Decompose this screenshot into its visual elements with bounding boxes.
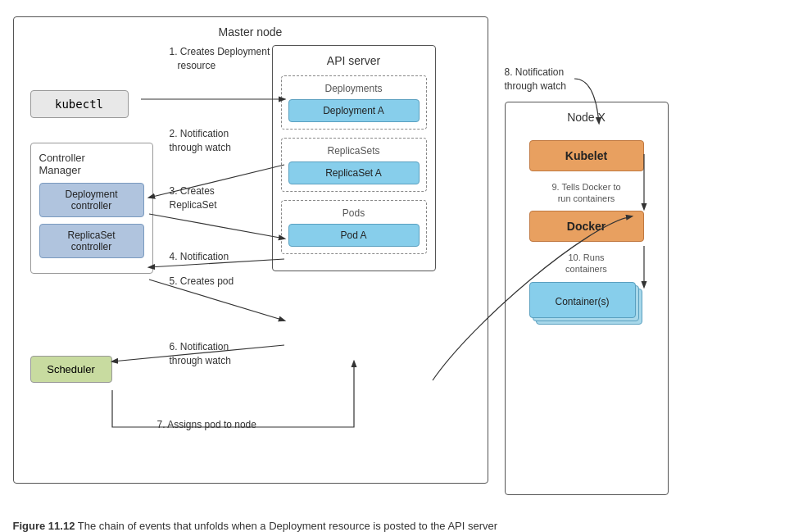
- annotation-step6: 6. Notificationthrough watch: [170, 340, 231, 368]
- container-stack: Container(s): [529, 282, 644, 339]
- deployment-controller: Deploymentcontroller: [39, 183, 144, 217]
- pods-group-label: Pods: [288, 207, 420, 219]
- api-server-section: API server Deployments Deployment A Repl…: [272, 45, 479, 455]
- replicasets-group: ReplicaSets ReplicaSet A: [281, 138, 427, 192]
- master-node-label: Master node: [22, 25, 479, 39]
- annotation-step1: 1. Creates Deployment resource: [170, 45, 270, 73]
- node-x-label: Node X: [514, 111, 660, 124]
- caption-text: The chain of events that unfolds when a …: [75, 520, 497, 532]
- controller-manager-box: ControllerManager Deploymentcontroller R…: [30, 143, 153, 274]
- annotation-step9: 9. Tells Docker torun containers: [551, 181, 620, 205]
- api-server-label: API server: [281, 54, 427, 67]
- docker-box: Docker: [529, 211, 644, 242]
- replicaset-a-box: ReplicaSet A: [288, 161, 420, 184]
- left-section: kubectl ControllerManager Deploymentcont…: [22, 45, 166, 455]
- annotation-step2: 2. Notificationthrough watch: [170, 127, 231, 155]
- figure-caption: Figure 11.12 The chain of events that un…: [13, 520, 800, 532]
- node-x-inner: Kubelet 9. Tells Docker torun containers…: [514, 140, 660, 339]
- kubectl-box: kubectl: [30, 90, 129, 118]
- controller-manager-label: ControllerManager: [39, 152, 144, 176]
- figure-number: Figure 11.12: [13, 520, 75, 532]
- annotation-step8: 8. Notificationthrough watch: [505, 66, 574, 93]
- diagram-container: Master node kubectl ControllerManager De…: [13, 16, 800, 495]
- step8-section: 8. Notificationthrough watch: [505, 66, 574, 93]
- api-server-box: API server Deployments Deployment A Repl…: [272, 45, 436, 271]
- pod-a-box: Pod A: [288, 224, 420, 247]
- master-layout: kubectl ControllerManager Deploymentcont…: [22, 45, 479, 455]
- annotation-step10: 10. Runscontainers: [565, 252, 607, 275]
- deployments-group: Deployments Deployment A: [281, 75, 427, 130]
- replicasets-group-label: ReplicaSets: [288, 145, 420, 157]
- node-x-box: Node X Kubelet 9. Tells Docker torun con…: [505, 102, 669, 495]
- annotation-step7: 7. Assigns pod to node: [157, 418, 256, 432]
- deployments-group-label: Deployments: [288, 83, 420, 94]
- pods-group: Pods Pod A: [281, 200, 427, 254]
- kubelet-box: Kubelet: [529, 140, 644, 171]
- annotation-step5: 5. Creates pod: [170, 275, 234, 289]
- master-node-box: Master node kubectl ControllerManager De…: [13, 16, 488, 484]
- deployment-a-box: Deployment A: [288, 99, 420, 122]
- scheduler-box: Scheduler: [30, 356, 112, 383]
- annotation-step4: 4. Notification: [170, 250, 229, 264]
- replicaset-controller: ReplicaSetcontroller: [39, 224, 144, 258]
- right-panel: 8. Notificationthrough watch Node X Kube…: [505, 16, 669, 495]
- container-box-front: Container(s): [529, 282, 636, 318]
- annotation-step3: 3. CreatesReplicaSet: [170, 184, 217, 212]
- middle-section: 1. Creates Deployment resource 2. Notifi…: [166, 45, 272, 455]
